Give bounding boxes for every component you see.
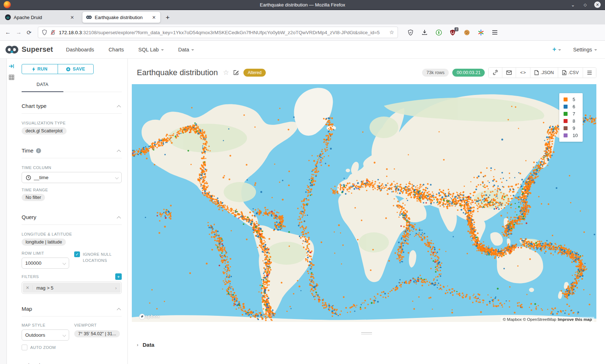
earthquake-points-layer[interactable] — [132, 84, 596, 322]
resize-drag-handle[interactable] — [361, 332, 372, 335]
tab-close-icon[interactable]: ✕ — [70, 15, 75, 20]
save-button[interactable]: SAVE — [58, 64, 94, 74]
filters-container: ✕ mag > 5 › — [22, 282, 122, 294]
superset-logo[interactable]: Superset — [5, 45, 53, 55]
viewport-value[interactable]: 7° 35' 54.02" | 31... — [74, 330, 120, 337]
nav-sql-lab[interactable]: SQL Lab — [138, 47, 164, 53]
export-button-group: <> .JSON .CSV — [488, 67, 596, 78]
menu-hamburger-icon[interactable] — [492, 29, 498, 36]
add-filter-button[interactable]: + — [115, 273, 122, 280]
legend-item[interactable]: 7 — [564, 111, 578, 117]
datasource-rail — [7, 59, 16, 364]
deckgl-scatter-map[interactable]: 5678910 mapbox © Mapbox © OpenStreetMapI… — [132, 84, 596, 322]
window-titlebar: Earthquake distribution — Mozilla Firefo… — [0, 0, 605, 10]
time-range-value[interactable]: No filter — [22, 194, 45, 201]
tab-label: Apache Druid — [14, 15, 64, 20]
expand-chevron-icon: › — [137, 342, 138, 347]
section-query[interactable]: Query — [22, 214, 122, 220]
tab-data[interactable]: DATA — [22, 81, 63, 87]
email-button[interactable] — [502, 68, 516, 78]
chart-area: Earthquake distribution ☆ Altered 73k ro… — [128, 59, 605, 364]
settings-menu[interactable]: Settings — [573, 47, 597, 53]
edit-properties-icon[interactable] — [233, 70, 239, 76]
asterisk-extension-icon[interactable] — [478, 29, 484, 36]
reload-button[interactable]: ⟳ — [27, 29, 31, 36]
url-text[interactable]: 172.18.0.3:32108/superset/explore/?form_… — [59, 30, 386, 35]
row-limit-select[interactable]: 100000 — [22, 258, 69, 269]
copy-link-button[interactable] — [489, 68, 502, 78]
chart-menu-button[interactable] — [583, 68, 596, 78]
superset-favicon — [86, 14, 92, 20]
dataset-grid-icon[interactable] — [9, 74, 14, 80]
chevron-up-icon — [117, 105, 121, 109]
section-chart-type[interactable]: Chart type — [22, 103, 122, 109]
run-button[interactable]: RUN — [22, 64, 58, 74]
shield-icon[interactable] — [42, 29, 47, 35]
back-button[interactable]: ← — [5, 29, 11, 36]
window-maximize-button[interactable]: ◇ — [582, 1, 588, 8]
superset-navbar: Superset Dashboards Charts SQL Lab Data … — [0, 41, 605, 59]
forward-button[interactable]: → — [16, 29, 22, 36]
legend-item[interactable]: 5 — [564, 97, 578, 102]
filter-chip[interactable]: ✕ mag > 5 › — [23, 283, 121, 293]
chevron-down-icon — [115, 176, 119, 179]
section-map[interactable]: Map — [22, 306, 122, 312]
ublock-icon[interactable]: 2 — [449, 29, 456, 36]
map-style-select[interactable]: Outdoors — [22, 329, 69, 341]
nav-charts[interactable]: Charts — [108, 47, 124, 53]
url-bar[interactable]: 172.18.0.3:32108/superset/explore/?form_… — [38, 27, 398, 38]
export-json-button[interactable]: .JSON — [530, 68, 558, 78]
map-style-label: MAP STYLE — [22, 323, 74, 327]
remove-filter-icon[interactable]: ✕ — [23, 285, 33, 290]
downloads-icon[interactable] — [421, 29, 428, 36]
envelope-icon — [506, 70, 512, 75]
tab-label: Earthquake distribution — [95, 15, 146, 20]
favorite-star-icon[interactable]: ☆ — [223, 68, 229, 77]
attribution-text[interactable]: © Mapbox © OpenStreetMap — [503, 317, 556, 322]
bookmark-star-icon[interactable]: ☆ — [389, 29, 394, 36]
cookie-extension-icon[interactable] — [463, 29, 470, 36]
url-path: :32108/superset/explore/?form_data_key=1… — [82, 30, 380, 35]
auto-zoom-checkbox[interactable] — [22, 345, 27, 350]
new-tab-button[interactable]: + — [166, 14, 170, 22]
extension-green-icon[interactable] — [435, 29, 442, 36]
nav-data[interactable]: Data — [178, 47, 194, 53]
legend-label: 9 — [573, 126, 578, 131]
tab-apache-druid[interactable]: Apache Druid ✕ — [1, 12, 79, 23]
legend-item[interactable]: 8 — [564, 118, 578, 124]
legend-item[interactable]: 6 — [564, 104, 578, 109]
tab-close-icon[interactable]: ✕ — [151, 15, 157, 20]
ignore-null-label-2: LOCATIONS — [83, 258, 107, 263]
add-new-button[interactable]: + — [552, 46, 561, 53]
window-minimize-button[interactable]: ⌄ — [570, 1, 576, 8]
mapbox-logo[interactable]: mapbox — [139, 314, 160, 319]
window-close-button[interactable]: ✕ — [594, 1, 601, 8]
improve-map-link[interactable]: Improve this map — [558, 317, 592, 322]
browser-toolbar: ← → ⟳ 172.18.0.3:32108/superset/explore/… — [0, 24, 605, 41]
expand-panel-icon[interactable] — [9, 64, 14, 69]
magnitude-legend[interactable]: 5678910 — [559, 93, 583, 142]
tracking-protection-shield-icon[interactable] — [407, 29, 414, 36]
legend-item[interactable]: 10 — [564, 133, 578, 138]
embed-code-button[interactable]: <> — [516, 68, 530, 78]
time-column-select[interactable]: __time — [22, 172, 122, 183]
viz-type-value[interactable]: deck.gl Scatterplot — [22, 127, 67, 135]
export-csv-button[interactable]: .CSV — [558, 68, 583, 78]
chart-title[interactable]: Earthquake distribution — [137, 68, 218, 77]
section-point-size[interactable]: Point Size — [22, 363, 122, 364]
section-time[interactable]: Time i — [22, 147, 122, 154]
tab-strip: Apache Druid ✕ Earthquake distribution ✕… — [0, 10, 605, 24]
auto-zoom-label: AUTO ZOOM — [30, 345, 56, 350]
open-filter-icon[interactable]: › — [111, 285, 121, 291]
insecure-lock-icon[interactable] — [50, 29, 55, 35]
chevron-down-icon — [63, 261, 66, 265]
hamburger-icon — [587, 70, 592, 75]
nav-dashboards[interactable]: Dashboards — [66, 47, 94, 53]
tab-earthquake-distribution[interactable]: Earthquake distribution ✕ — [82, 12, 161, 23]
data-panel-header[interactable]: › Data — [137, 342, 605, 348]
altered-badge[interactable]: Altered — [243, 69, 266, 77]
ignore-null-checkbox[interactable]: ✓ — [74, 251, 80, 257]
map-attribution[interactable]: © Mapbox © OpenStreetMapImprove this map — [501, 317, 594, 322]
lonlat-value[interactable]: longitude | latitude — [22, 238, 66, 246]
legend-item[interactable]: 9 — [564, 126, 578, 131]
